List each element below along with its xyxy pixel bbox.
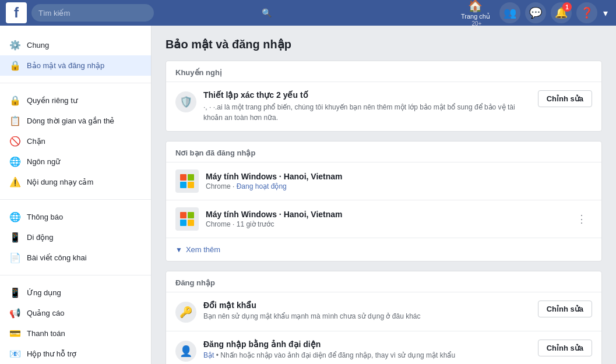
rec-title: Thiết lập xác thực 2 yếu tố xyxy=(203,90,531,100)
sessions-card: Nơi bạn đã đăng nhập Máy tính Windows · … xyxy=(166,141,602,261)
rec-2fa-item: 🛡️ Thiết lập xác thực 2 yếu tố ·, · ·.ai… xyxy=(166,82,601,131)
sidebar-item-noi-dung[interactable]: ⚠️ Nội dung nhạy cảm xyxy=(0,172,151,192)
login-edit-btn-avatar[interactable]: Chỉnh sửa xyxy=(538,340,592,356)
login-body-password: Đổi mật khẩu Bạn nên sử dụng mật khẩu mạ… xyxy=(203,301,531,320)
sidebar-item-bao-mat[interactable]: 🔒 Bảo mật và đăng nhập xyxy=(0,55,151,76)
session-title-1: Máy tính Windows · Hanoi, Vietnam xyxy=(206,172,592,181)
sidebar-item-dong-thoi-gian[interactable]: 📋 Dòng thời gian và gắn thẻ xyxy=(0,111,151,131)
home-nav[interactable]: 🏠 Trang chủ 20+ xyxy=(455,0,496,29)
friends-icon-btn[interactable]: 👥 xyxy=(499,2,520,23)
sidebar-label-ngon-ngu: Ngôn ngữ xyxy=(27,157,60,166)
sidebar-label-thanh-toan: Thanh toán xyxy=(27,329,65,338)
sidebar-section-3: 🌐 Thông báo 📱 Di động 📄 Bài viết công kh… xyxy=(0,204,151,270)
apps-icon: 📱 xyxy=(9,287,21,298)
timeline-icon: 📋 xyxy=(9,115,21,126)
rec-desc: ·, · ·.ai là một trang phổ biến, chúng t… xyxy=(203,102,531,123)
ads-icon: 📢 xyxy=(9,308,21,319)
session-dot-2: · xyxy=(233,220,237,228)
session-status-1: Đang hoạt động xyxy=(237,182,287,190)
payment-icon: 💳 xyxy=(9,328,21,339)
recommendation-section-title: Khuyến nghị xyxy=(166,61,601,82)
windows-icon-2 xyxy=(175,207,199,231)
sidebar-item-chan[interactable]: 🚫 Chặn xyxy=(0,131,151,151)
sidebar-label-quang-cao: Quảng cáo xyxy=(27,309,64,317)
sidebar-label-hop-thu: Hộp thư hỗ trợ xyxy=(27,349,76,358)
sidebar-item-ung-dung[interactable]: 📱 Ứng dụng xyxy=(0,282,151,303)
login-section-title: Đăng nhập xyxy=(166,271,601,292)
login-desc-avatar: Bật • Nhấn hoặc nhập vào ảnh đại diện để… xyxy=(203,351,531,359)
see-more-btn[interactable]: ▼ Xem thêm xyxy=(166,238,601,261)
session-body-1: Máy tính Windows · Hanoi, Vietnam Chrome… xyxy=(206,172,592,190)
session-sub-1: Chrome · Đang hoạt động xyxy=(206,182,592,190)
sensitive-icon: ⚠️ xyxy=(9,176,21,188)
home-icon: 🏠 xyxy=(468,0,483,13)
avatar-icon: 👤 xyxy=(175,341,196,362)
session-item-1: Máy tính Windows · Hanoi, Vietnam Chrome… xyxy=(166,162,601,200)
login-body-avatar: Đăng nhập bằng ảnh đại diện Bật • Nhấn h… xyxy=(203,340,531,359)
sidebar-item-chung[interactable]: ⚙️ Chung xyxy=(0,35,151,55)
rec-edit-button[interactable]: Chỉnh sửa xyxy=(538,90,592,107)
sidebar-item-thong-bao[interactable]: 🌐 Thông báo xyxy=(0,207,151,227)
sidebar-label-dong-thoi-gian: Dòng thời gian và gắn thẻ xyxy=(27,116,114,125)
session-browser-1: Chrome xyxy=(206,182,231,190)
sidebar-label-di-dong: Di động xyxy=(27,233,54,242)
sidebar-item-bai-viet[interactable]: 📄 Bài viết công khai xyxy=(0,248,151,268)
sidebar-label-bai-viet: Bài viết công khai xyxy=(27,253,87,262)
key-icon: 🔑 xyxy=(175,302,196,323)
messenger-icon: 💬 xyxy=(529,6,542,19)
session-browser-2: Chrome xyxy=(206,220,231,228)
sidebar-item-ngon-ngu[interactable]: 🌐 Ngôn ngữ xyxy=(0,151,151,172)
notification-badge: 1 xyxy=(562,2,572,12)
session-item-2: Máy tính Windows · Hanoi, Vietnam Chrome… xyxy=(166,200,601,238)
search-wrap: 🔍 xyxy=(31,4,276,22)
sidebar-section-1: ⚙️ Chung 🔒 Bảo mật và đăng nhập xyxy=(0,33,151,78)
header-nav: 🏠 Trang chủ 20+ 👥 💬 🔔 1 ❓ ▾ xyxy=(455,0,610,29)
login-item-password: 🔑 Đổi mật khẩu Bạn nên sử dụng mật khẩu … xyxy=(166,292,601,331)
login-edit-btn-password[interactable]: Chỉnh sửa xyxy=(538,301,592,317)
login-title-password: Đổi mật khẩu xyxy=(203,301,531,310)
sidebar-item-quyen-rieng-tu[interactable]: 🔒 Quyền riêng tư xyxy=(0,90,151,111)
messenger-icon-btn[interactable]: 💬 xyxy=(525,2,546,23)
sidebar-label-chan: Chặn xyxy=(27,137,45,146)
notification-settings-icon: 🌐 xyxy=(9,211,21,222)
privacy-icon: 🔒 xyxy=(9,95,21,106)
sidebar-label-noi-dung: Nội dung nhạy cảm xyxy=(27,178,93,186)
sidebar-item-di-dong[interactable]: 📱 Di động xyxy=(0,227,151,248)
chevron-down-icon: ▼ xyxy=(175,246,182,254)
public-post-icon: 📄 xyxy=(9,252,21,263)
header-dropdown-btn[interactable]: ▾ xyxy=(601,8,610,19)
login-card: Đăng nhập 🔑 Đổi mật khẩu Bạn nên sử dụng… xyxy=(166,271,602,364)
session-body-2: Máy tính Windows · Hanoi, Vietnam Chrome… xyxy=(206,210,565,228)
session-title-2: Máy tính Windows · Hanoi, Vietnam xyxy=(206,210,565,219)
search-icon[interactable]: 🔍 xyxy=(262,8,272,17)
shield-icon: 🛡️ xyxy=(175,91,196,112)
language-icon: 🌐 xyxy=(9,156,21,167)
sidebar-item-thanh-toan[interactable]: 💳 Thanh toán xyxy=(0,323,151,344)
main-content: Bảo mật và đăng nhập Khuyến nghị 🛡️ Thiế… xyxy=(152,26,616,364)
login-desc-password: Bạn nên sử dụng mật khẩu mạnh mà mình ch… xyxy=(203,312,531,320)
session-dot-1: · xyxy=(233,182,237,190)
question-icon: ❓ xyxy=(580,6,593,19)
sidebar-label-quyen-rieng-tu: Quyền riêng tư xyxy=(27,96,78,105)
session-menu-btn-2[interactable]: ⋮ xyxy=(572,210,592,228)
sidebar-label-chung: Chung xyxy=(27,41,49,50)
recommendation-card: Khuyến nghị 🛡️ Thiết lập xác thực 2 yếu … xyxy=(166,61,602,132)
home-badge: 20+ xyxy=(472,20,482,27)
sidebar-label-bao-mat: Bảo mật và đăng nhập xyxy=(27,61,104,70)
home-label: Trang chủ xyxy=(461,13,490,20)
sidebar-item-hop-thu[interactable]: 📧 Hộp thư hỗ trợ xyxy=(0,344,151,364)
search-input[interactable] xyxy=(31,4,154,22)
top-header: f 🔍 🏠 Trang chủ 20+ 👥 💬 🔔 1 ❓ ▾ xyxy=(0,0,616,26)
session-time-2: 11 giờ trước xyxy=(237,220,274,228)
login-title-avatar: Đăng nhập bằng ảnh đại diện xyxy=(203,340,531,349)
rec-body: Thiết lập xác thực 2 yếu tố ·, · ·.ai là… xyxy=(203,90,531,123)
notification-icon-btn[interactable]: 🔔 1 xyxy=(551,2,572,23)
login-desc-link[interactable]: Bật xyxy=(203,351,214,359)
see-more-label: Xem thêm xyxy=(186,245,220,254)
sidebar-label-thong-bao: Thông báo xyxy=(27,213,63,221)
sidebar-section-2: 🔒 Quyền riêng tư 📋 Dòng thời gian và gắn… xyxy=(0,88,151,195)
support-icon: 📧 xyxy=(9,348,21,359)
sidebar-item-quang-cao[interactable]: 📢 Quảng cáo xyxy=(0,303,151,323)
facebook-logo[interactable]: f xyxy=(6,2,27,23)
help-icon-btn[interactable]: ❓ xyxy=(576,2,597,23)
